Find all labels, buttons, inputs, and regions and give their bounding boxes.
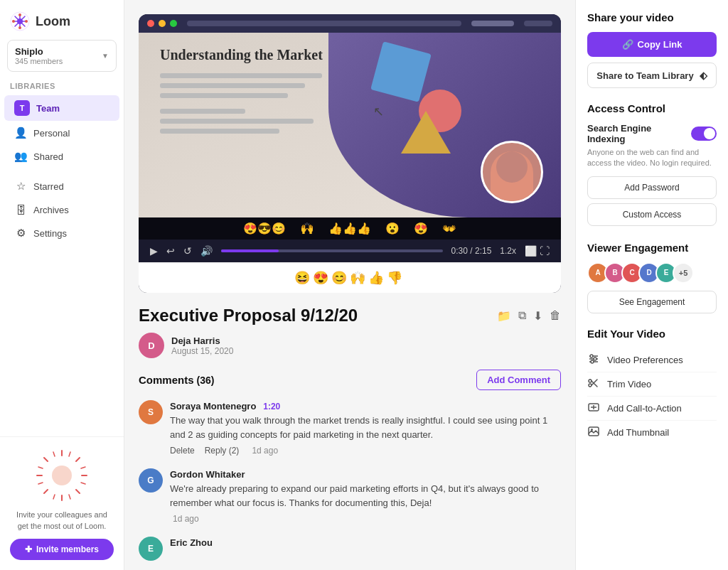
video-info: Executive Proposal 9/12/20 📁 ⧉ ⬇ 🗑 D Dej… bbox=[139, 306, 561, 358]
video-preferences-item[interactable]: Video Preferences bbox=[587, 348, 717, 372]
fullscreen-button[interactable]: ⛶ bbox=[540, 245, 550, 257]
workspace-name: Shiplo bbox=[15, 46, 63, 57]
minimize-dot bbox=[159, 20, 166, 27]
sidebar-bottom: Invite your colleagues and get the most … bbox=[0, 436, 124, 570]
cursor-icon: ↖ bbox=[373, 104, 384, 119]
download-button[interactable]: ⬇ bbox=[533, 309, 542, 323]
logo-area: Loom bbox=[0, 0, 124, 40]
view-buttons: ⬜ ⛶ bbox=[525, 245, 550, 257]
comment-body-3: Eric Zhou bbox=[170, 537, 561, 561]
sun-illustration-icon bbox=[33, 447, 90, 504]
sidebar-item-shared[interactable]: 👥 Shared bbox=[4, 145, 119, 168]
comments-header: Comments (36) Add Comment bbox=[139, 370, 561, 390]
folder-button[interactable]: 📁 bbox=[497, 309, 511, 323]
bottom-emoji-1: 😆😍😊🙌👍👎 bbox=[294, 271, 405, 285]
commenter-avatar-eric: E bbox=[139, 537, 163, 561]
reaction-clap: 👐 bbox=[442, 222, 456, 235]
copy-button[interactable]: ⧉ bbox=[518, 309, 526, 323]
trim-video-item[interactable]: Trim Video bbox=[587, 372, 717, 397]
link-icon: 🔗 bbox=[622, 39, 633, 50]
slide-lines bbox=[160, 73, 331, 134]
delete-comment-button[interactable]: Delete bbox=[170, 446, 195, 456]
comment-timestamp-1[interactable]: 1:20 bbox=[263, 402, 280, 412]
comments-title-row: Comments (36) bbox=[139, 374, 214, 386]
speed-button[interactable]: 1.2x bbox=[500, 246, 516, 256]
bottom-emojis: 😆😍😊🙌👍👎 bbox=[139, 262, 561, 293]
invite-plus-icon: ✚ bbox=[25, 544, 32, 554]
invite-members-button[interactable]: ✚ Invite members bbox=[10, 539, 114, 560]
workspace-selector[interactable]: Shiplo 345 members ▼ bbox=[7, 40, 117, 72]
add-password-button[interactable]: Add Password bbox=[587, 176, 717, 199]
comment-author-1: Soraya Montenegro bbox=[170, 401, 256, 412]
sidebar-item-starred[interactable]: ☆ Starred bbox=[4, 175, 119, 198]
volume-button[interactable]: 🔊 bbox=[200, 245, 213, 257]
svg-point-3 bbox=[18, 26, 21, 29]
time-separator: / bbox=[470, 246, 475, 256]
see-engagement-button[interactable]: See Engagement bbox=[587, 291, 717, 313]
pip-button[interactable]: ⬜ bbox=[525, 245, 537, 257]
svg-line-14 bbox=[53, 452, 55, 456]
thumbnail-item[interactable]: Add Thumbnail bbox=[587, 421, 717, 444]
custom-access-button[interactable]: Custom Access bbox=[587, 203, 717, 226]
svg-line-17 bbox=[69, 495, 70, 499]
svg-line-18 bbox=[38, 467, 43, 468]
libraries-label: Libraries bbox=[0, 82, 124, 95]
nav-label-personal: Personal bbox=[33, 128, 70, 139]
refresh-button[interactable]: ↺ bbox=[183, 245, 192, 257]
svg-point-35 bbox=[591, 429, 593, 431]
reaction-hands: 🙌 bbox=[300, 222, 314, 235]
sidebar: Loom Shiplo 345 members ▼ Libraries T Te… bbox=[0, 0, 124, 570]
video-title-row: Executive Proposal 9/12/20 📁 ⧉ ⬇ 🗑 bbox=[139, 306, 561, 326]
add-comment-button[interactable]: Add Comment bbox=[476, 370, 561, 390]
toggle-knob bbox=[704, 128, 715, 139]
video-actions: 📁 ⧉ ⬇ 🗑 bbox=[497, 309, 561, 323]
presenter-circle bbox=[481, 141, 543, 203]
sidebar-item-settings[interactable]: ⚙ Settings bbox=[4, 222, 119, 244]
progress-bar[interactable] bbox=[221, 249, 443, 252]
edit-video-section: Edit Your Video Video Preferences Trim V… bbox=[587, 328, 717, 444]
comment-actions-2: 1d ago bbox=[170, 514, 561, 524]
cta-item[interactable]: Add Call-to-Action bbox=[587, 397, 717, 421]
author-date: August 15, 2020 bbox=[171, 346, 233, 356]
person-icon: 👤 bbox=[14, 127, 27, 139]
svg-line-11 bbox=[76, 490, 80, 493]
sidebar-item-personal[interactable]: 👤 Personal bbox=[4, 122, 119, 144]
reaction-surprised: 😮 bbox=[385, 222, 400, 235]
time-display: 0:30 / 2:15 bbox=[451, 246, 492, 256]
invite-text: Invite your colleagues and get the most … bbox=[10, 510, 114, 532]
url-bar bbox=[187, 21, 461, 26]
nav-label-starred: Starred bbox=[33, 181, 64, 192]
sidebar-item-archives[interactable]: 🗄 Archives bbox=[4, 198, 119, 221]
cta-icon bbox=[587, 402, 600, 415]
invite-btn-label: Invite members bbox=[36, 544, 99, 554]
reply-comment-button[interactable]: Reply (2) bbox=[205, 446, 240, 456]
main-content: Understanding the Market ↖ bbox=[124, 0, 575, 570]
svg-line-15 bbox=[69, 452, 70, 456]
sidebar-item-team[interactable]: T Team bbox=[4, 95, 119, 121]
engagement-title: Viewer Engagement bbox=[587, 242, 717, 254]
rewind-button[interactable]: ↩ bbox=[166, 245, 175, 257]
svg-line-12 bbox=[76, 458, 80, 461]
search-indexing-row: Search Engine Indexing bbox=[587, 123, 717, 144]
delete-button[interactable]: 🗑 bbox=[550, 309, 561, 323]
author-avatar: D bbox=[139, 333, 164, 358]
comments-label: Comments bbox=[139, 374, 194, 386]
commenter-avatar-soraya: S bbox=[139, 400, 163, 424]
play-button[interactable]: ▶ bbox=[150, 245, 158, 257]
share-team-button[interactable]: Share to Team Library ⬖ bbox=[587, 63, 717, 88]
svg-point-1 bbox=[17, 18, 23, 24]
close-dot bbox=[147, 20, 154, 27]
author-name: Deja Harris bbox=[171, 335, 233, 346]
copy-link-button[interactable]: 🔗 Copy Link bbox=[587, 32, 717, 57]
chevron-down-icon: ▼ bbox=[102, 52, 109, 60]
loom-logo-icon bbox=[10, 11, 30, 31]
comment-item: E Eric Zhou bbox=[139, 537, 561, 561]
svg-line-13 bbox=[44, 490, 48, 493]
access-control-section: Access Control Search Engine Indexing An… bbox=[587, 102, 717, 230]
app-name: Loom bbox=[36, 14, 70, 29]
svg-line-20 bbox=[81, 467, 85, 468]
video-title: Executive Proposal 9/12/20 bbox=[139, 306, 358, 326]
indexing-toggle[interactable] bbox=[691, 127, 717, 141]
comment-age-2: 1d ago bbox=[173, 514, 199, 524]
video-player: Understanding the Market ↖ bbox=[139, 14, 561, 293]
